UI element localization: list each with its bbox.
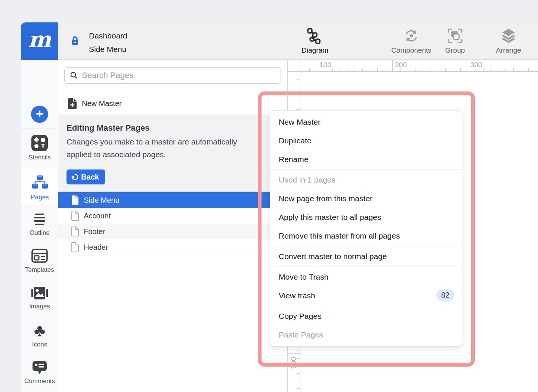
- sidebar-item-stencils[interactable]: T Stencils: [21, 134, 58, 161]
- group-icon: [447, 28, 463, 44]
- ruler-tick-label: 100: [319, 61, 331, 69]
- sidebar-label-stencils: Stencils: [21, 154, 58, 161]
- page-title: Side Menu: [89, 43, 127, 56]
- page-row-footer[interactable]: Footer: [58, 224, 288, 239]
- menu-item-remove-master-all[interactable]: Remove this master from all pages: [270, 227, 462, 245]
- top-bar: m Dashboard Side Menu: [21, 22, 538, 60]
- project-title: Dashboard: [89, 29, 127, 43]
- page-list: Side Menu Account Footer: [58, 192, 288, 255]
- menu-item-new-master[interactable]: New Master: [270, 113, 462, 131]
- club-icon: ♣: [21, 322, 58, 339]
- arrange-label: Arrange: [471, 46, 538, 55]
- page-file-icon: [71, 195, 79, 205]
- sidebar-item-images[interactable]: Images: [21, 286, 58, 310]
- page-row-account[interactable]: Account: [58, 208, 288, 224]
- master-info-text-line2: applied to associated pages.: [67, 150, 166, 159]
- sidebar-label-images: Images: [21, 303, 58, 310]
- search-icon: [70, 71, 78, 80]
- page-context-menu: New Master Duplicate Rename Used in 1 pa…: [270, 110, 462, 347]
- svg-text:T: T: [41, 143, 45, 150]
- menu-item-view-trash[interactable]: 82 View trash: [270, 286, 462, 305]
- page-name: Footer: [84, 227, 105, 236]
- ruler-tick-label: 200: [395, 61, 407, 69]
- menu-item-paste-pages: Paste Pages: [270, 326, 462, 344]
- page-name: Side Menu: [84, 196, 120, 205]
- comments-icon: [31, 360, 48, 375]
- sidebar-item-outline[interactable]: Outline: [21, 212, 58, 237]
- menu-divider: [270, 267, 462, 267]
- back-button[interactable]: Back: [67, 169, 105, 184]
- master-info-heading: Editing Master Pages: [67, 123, 150, 133]
- menu-divider: [270, 306, 462, 306]
- page-file-icon: [71, 211, 79, 221]
- menu-item-duplicate[interactable]: Duplicate: [270, 131, 462, 150]
- stencils-icon: T: [31, 134, 48, 152]
- search-placeholder: Search Pages: [82, 71, 133, 80]
- page-row-side-menu[interactable]: Side Menu: [58, 192, 288, 208]
- document-titles: Dashboard Side Menu: [89, 29, 127, 56]
- pages-icon: [31, 175, 49, 192]
- new-master-button[interactable]: New Master: [58, 93, 288, 114]
- arrange-button[interactable]: Arrange: [488, 22, 529, 60]
- new-master-label: New Master: [82, 99, 122, 108]
- horizontal-ruler: 100 200 300: [288, 60, 538, 72]
- pages-panel: Search Pages New Master Editing Master P…: [58, 60, 288, 392]
- sidebar-divider: [21, 128, 58, 128]
- menu-divider: [270, 246, 462, 246]
- diagram-tool-label: Diagram: [278, 46, 352, 55]
- logo-letter: m: [28, 27, 51, 52]
- lock-icon: [71, 36, 79, 46]
- back-button-label: Back: [81, 173, 99, 181]
- sidebar-label-comments: Comments: [21, 377, 58, 385]
- sidebar-label-pages: Pages: [21, 194, 59, 201]
- search-pages-input[interactable]: Search Pages: [64, 67, 281, 84]
- sidebar: + T Stencils Pages: [21, 60, 58, 392]
- menu-item-apply-master-all[interactable]: Apply this master to all pages: [270, 208, 462, 227]
- moqups-logo[interactable]: m: [21, 22, 58, 60]
- menu-item-new-page-from-master[interactable]: New page from this master: [270, 189, 462, 208]
- sidebar-item-icons[interactable]: ♣ Icons: [21, 322, 58, 348]
- arrange-layers-icon: [500, 28, 517, 44]
- page-name: Account: [84, 212, 111, 220]
- new-master-page-icon: [67, 98, 77, 109]
- menu-item-copy-pages[interactable]: Copy Pages: [270, 307, 462, 326]
- master-info-text-line1: Changes you make to a master are automat…: [67, 137, 237, 146]
- page-name: Header: [84, 243, 108, 252]
- menu-divider: [270, 169, 462, 170]
- sidebar-label-outline: Outline: [21, 229, 58, 237]
- page-file-icon: [71, 226, 79, 237]
- templates-icon: [31, 248, 48, 264]
- add-page-button[interactable]: +: [31, 106, 48, 123]
- menu-item-rename[interactable]: Rename: [270, 150, 462, 169]
- group-button[interactable]: Group: [444, 22, 466, 60]
- sidebar-item-templates[interactable]: Templates: [21, 248, 58, 274]
- diagram-tool-button[interactable]: Diagram: [298, 22, 332, 60]
- back-arrow-icon: [71, 173, 78, 181]
- trash-count-badge: 82: [436, 289, 454, 301]
- master-pages-info-box: Editing Master Pages Changes you make to…: [58, 114, 288, 192]
- menu-item-move-to-trash[interactable]: Move to Trash: [270, 268, 462, 286]
- components-sync-icon: [403, 28, 420, 44]
- sidebar-label-icons: Icons: [21, 341, 58, 348]
- menu-item-convert-master[interactable]: Convert master to normal page: [270, 247, 462, 266]
- sidebar-item-pages[interactable]: Pages: [21, 169, 59, 204]
- ruler-corner: [288, 60, 300, 72]
- sidebar-label-templates: Templates: [21, 266, 58, 274]
- sidebar-item-comments[interactable]: Comments: [21, 360, 58, 385]
- ruler-tick-label: 500: [286, 355, 301, 370]
- page-row-header[interactable]: Header: [58, 239, 288, 255]
- page-file-icon: [71, 242, 79, 252]
- ruler-tick-label: 300: [470, 61, 482, 69]
- menu-section-used-in: Used in 1 pages: [270, 171, 462, 189]
- diagram-chain-icon: [306, 28, 324, 45]
- images-icon: [31, 286, 48, 301]
- outline-icon: [31, 212, 48, 227]
